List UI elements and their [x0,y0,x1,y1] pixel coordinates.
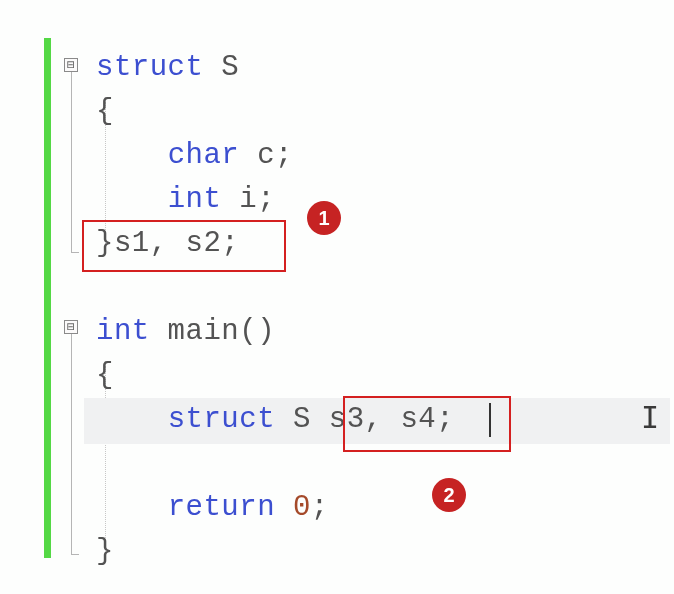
fold-end-struct [71,252,79,253]
mouse-cursor-ibeam-icon: I [641,400,659,435]
fold-guide-struct [71,72,72,252]
fold-toggle-main[interactable]: ⊟ [64,320,78,334]
code-line[interactable]: } [96,530,114,574]
change-marker-bar [44,38,51,558]
keyword-int: int [168,183,222,216]
type-name: S [203,51,239,84]
badge-label: 1 [318,207,329,229]
fold-end-main [71,554,79,555]
brace-close: } [96,535,114,568]
code-line[interactable]: return 0; [96,486,329,530]
keyword-int: int [96,315,150,348]
brace-open: { [96,95,114,128]
type-name: S [275,403,329,436]
keyword-char: char [168,139,240,172]
code-line[interactable]: int i; [96,178,275,222]
fold-toggle-struct[interactable]: ⊟ [64,58,78,72]
semicolon: ; [311,491,329,524]
highlight-box-1 [82,220,286,272]
minus-icon: ⊟ [67,319,75,334]
keyword-struct: struct [168,403,275,436]
number-literal: 0 [293,491,311,524]
function-main: main() [150,315,275,348]
fold-guide-main [71,334,72,554]
brace-open: { [96,359,114,392]
code-line[interactable]: int main() [96,310,275,354]
code-line[interactable]: char c; [96,134,293,178]
highlight-box-2 [343,396,511,452]
code-line[interactable]: { [96,354,114,398]
identifier: c; [239,139,293,172]
minus-icon: ⊟ [67,57,75,72]
code-line[interactable]: struct S [96,46,239,90]
code-line[interactable]: { [96,90,114,134]
badge-label: 2 [443,484,454,506]
annotation-badge-2: 2 [432,478,466,512]
keyword-struct: struct [96,51,203,84]
code-editor[interactable]: ⊟ ⊟ struct S { char c; int i; }s1, s2; i… [0,0,674,594]
annotation-badge-1: 1 [307,201,341,235]
keyword-return: return [168,491,275,524]
identifier: i; [221,183,275,216]
